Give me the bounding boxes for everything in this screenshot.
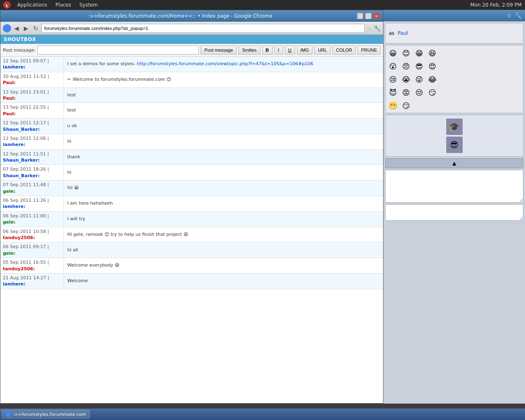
- right-star-icon[interactable]: ☆: [506, 12, 511, 19]
- avatar-image: 🎓: [446, 119, 463, 135]
- message-meta: 07 Sep 2011 11:48 |gele:: [0, 180, 64, 196]
- logged-in-as-label: as: [389, 30, 395, 36]
- message-content: u ok: [64, 119, 383, 134]
- system-bar: 🐧 Applications Places System Mon 20 Feb,…: [0, 0, 525, 10]
- message-meta: 06 Sep 2011 11:00 |gele:: [0, 212, 64, 227]
- system-menu[interactable]: System: [78, 1, 99, 9]
- smiley[interactable]: 😏: [427, 87, 438, 98]
- message-meta: 12 Sep 2011 09:07 |iamhere:: [0, 57, 64, 72]
- message-meta: 12 Sep 2011 12:17 |Shaun_Barker:: [0, 119, 64, 134]
- message-meta: 12 Sep 2011 12:06 |iamhere:: [0, 134, 64, 149]
- italic-button[interactable]: I: [274, 46, 283, 55]
- system-bar-left: 🐧 Applications Places System: [3, 1, 99, 9]
- message-meta: 12 Sep 2011 11:51 |Shaun_Barker:: [0, 150, 64, 165]
- message-content: hi: [64, 165, 383, 180]
- close-button[interactable]: ✕: [373, 13, 380, 19]
- message-content: ✏ Welcome to forumstyles.forummate.com 😊: [64, 72, 383, 87]
- img-button[interactable]: IMG: [297, 46, 313, 55]
- shoutbox-header: SHOUTBOX: [0, 35, 383, 44]
- message-row: 06 Sep 2011 11:26 |iamhere:I am here heh…: [0, 196, 383, 212]
- message-row: 07 Sep 2011 11:48 |gele:hii 😀: [0, 180, 383, 196]
- bold-button[interactable]: B: [262, 46, 273, 55]
- address-bar[interactable]: [41, 24, 365, 33]
- message-content: Welcome everybody 😄: [64, 258, 383, 273]
- right-panel-toolbar: ☆ 🔧: [383, 10, 525, 21]
- message-content: thank: [64, 150, 383, 165]
- right-textarea-1[interactable]: [385, 170, 523, 203]
- post-message-label: Post message:: [3, 48, 36, 53]
- color-button[interactable]: COLOR: [332, 46, 356, 55]
- smiley[interactable]: 😠: [400, 60, 412, 72]
- smiley[interactable]: 😂: [427, 73, 438, 85]
- prune-button[interactable]: PRUNE: [357, 46, 381, 55]
- browser-content: SHOUTBOX Post message: Post message Smil…: [0, 35, 383, 403]
- browser-titlebar: :>>forumstyles.forummate.com/Home<<:: • …: [0, 10, 383, 22]
- smiley[interactable]: 😎: [413, 60, 425, 72]
- smiley[interactable]: 😬: [387, 100, 399, 111]
- shoutbox-form: Post message: Post message Smilies B I U…: [0, 44, 383, 57]
- message-content: Hi gele, ramook 😊 try to help us finish …: [64, 227, 383, 242]
- smiley[interactable]: 😢: [387, 73, 399, 85]
- wrench-icon[interactable]: 🔧: [374, 25, 381, 32]
- minimize-button[interactable]: −: [357, 13, 363, 19]
- scroll-up-button[interactable]: ▲: [385, 158, 523, 168]
- message-row: 12 Sep 2011 09:07 |iamhere:I set a demos…: [0, 57, 383, 72]
- message-row: 07 Sep 2011 18:26 |Shaun_Barker:hi: [0, 165, 383, 180]
- maximize-button[interactable]: □: [365, 13, 372, 19]
- system-bar-right: Mon 20 Feb, 2:09 PM: [470, 2, 522, 8]
- message-content: I set a demos for some styles-http://for…: [64, 57, 383, 72]
- underline-button[interactable]: U: [285, 46, 295, 55]
- taskbar-browser-label: :>>forumstyles.forummate.com: [13, 412, 86, 417]
- right-textarea-2[interactable]: [385, 204, 523, 221]
- post-message-input[interactable]: [37, 46, 199, 55]
- message-meta: 13 Sep 2011 23:01 |Paul:: [0, 88, 64, 103]
- smiley[interactable]: 😀: [387, 47, 399, 59]
- message-row: 06 Sep 2011 11:00 |gele:I will try: [0, 212, 383, 227]
- message-content: I will try: [64, 212, 383, 227]
- forward-button[interactable]: ▶: [22, 24, 30, 32]
- right-content: as Paul 😀😊😁😆😮😠😎😍😢😭😜😂😈😡😒😏😬😏 🎓 😎 ▲: [383, 21, 525, 404]
- post-message-button[interactable]: Post message: [201, 46, 237, 55]
- smiley[interactable]: 😆: [427, 47, 438, 59]
- message-content: I am here heheheeh: [64, 196, 383, 211]
- browser-toolbar: ◀ ▶ ↻ ☆ 🔧: [0, 22, 383, 35]
- smilies-grid: 😀😊😁😆😮😠😎😍😢😭😜😂😈😡😒😏😬😏: [385, 45, 523, 113]
- smiley[interactable]: 😒: [413, 87, 425, 98]
- smiley[interactable]: 😭: [400, 73, 412, 85]
- smilies-button[interactable]: Smilies: [238, 46, 260, 55]
- smiley[interactable]: 😜: [413, 73, 425, 85]
- message-link[interactable]: http://forumstyles.forummate.com/viewtop…: [137, 61, 313, 68]
- smiley[interactable]: 😡: [400, 87, 412, 98]
- avatar-image-2: 😎: [446, 137, 463, 153]
- places-menu[interactable]: Places: [54, 1, 73, 9]
- bookmark-icon[interactable]: ☆: [366, 24, 372, 32]
- smiley[interactable]: 😊: [400, 47, 412, 59]
- message-content: test: [64, 103, 383, 118]
- message-content: hi all: [64, 242, 383, 258]
- user-link[interactable]: Paul: [398, 30, 408, 36]
- message-meta: 05 Sep 2011 16:55 |tanduy2506:: [0, 258, 64, 273]
- browser-window: :>>forumstyles.forummate.com/Home<<:: • …: [0, 10, 383, 404]
- taskbar-browser-item[interactable]: :>>forumstyles.forummate.com: [2, 410, 90, 419]
- messages-area: 12 Sep 2011 09:07 |iamhere:I set a demos…: [0, 57, 383, 403]
- smiley[interactable]: 😏: [400, 100, 412, 111]
- smiley[interactable]: 😁: [413, 47, 425, 59]
- message-content: test: [64, 88, 383, 103]
- message-meta: 13 Sep 2011 22:55 |Paul:: [0, 103, 64, 118]
- url-button[interactable]: URL: [314, 46, 331, 55]
- message-content: Welcome: [64, 274, 383, 289]
- smiley[interactable]: 😍: [427, 60, 438, 72]
- shoutbox-container: SHOUTBOX Post message: Post message Smil…: [0, 35, 383, 403]
- refresh-button[interactable]: ↻: [32, 24, 40, 32]
- avatar-area: 🎓 😎: [385, 115, 523, 157]
- right-wrench-icon[interactable]: 🔧: [515, 12, 522, 19]
- user-info-section: as Paul: [385, 23, 523, 43]
- browser-title: :>>forumstyles.forummate.com/Home<<:: • …: [4, 13, 357, 19]
- message-row: 05 Sep 2011 16:55 |tanduy2506:Welcome ev…: [0, 258, 383, 274]
- os-icon: 🐧: [3, 1, 11, 9]
- back-button[interactable]: ◀: [13, 24, 21, 32]
- message-row: 21 Aug 2011 14:27 |iamhere:Welcome: [0, 274, 383, 289]
- smiley[interactable]: 😈: [387, 87, 399, 98]
- smiley[interactable]: 😮: [387, 60, 399, 72]
- applications-menu[interactable]: Applications: [16, 1, 49, 9]
